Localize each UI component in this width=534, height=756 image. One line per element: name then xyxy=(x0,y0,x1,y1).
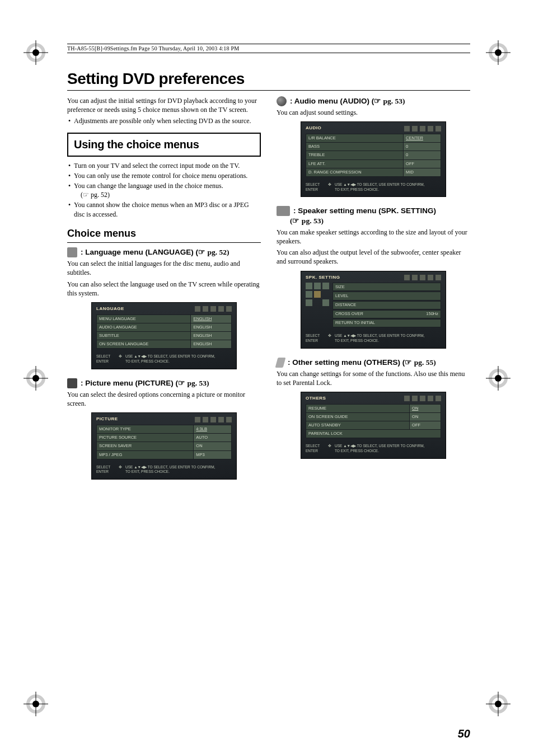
osd-row: D. RANGE COMPRESSION xyxy=(306,168,404,176)
osd-foot-select: SELECT xyxy=(306,334,325,339)
osd-val: ENGLISH xyxy=(191,332,232,340)
choice-rule xyxy=(67,242,261,243)
osd-pic-table: MONITOR TYPE4:3LB PICTURE SOURCEAUTO SCR… xyxy=(96,425,232,459)
osd-val: ON xyxy=(410,404,441,412)
language-desc-1: You can select the initial languages for… xyxy=(67,259,261,277)
pic-pgref: ☞ pg. 53) xyxy=(178,379,209,387)
speaker-icon xyxy=(277,206,290,216)
speaker-menu-pgref-line: (☞ pg. 53) xyxy=(277,216,470,226)
osd-tab-icons xyxy=(404,275,441,280)
osd-pic-title: PICTURE xyxy=(96,416,118,422)
osd-val: 0 xyxy=(404,151,441,159)
audio-desc: You can adjust sound settings. xyxy=(277,108,470,117)
using-bullet-4: You cannot show the choice menus when an… xyxy=(67,200,261,218)
osd-footer: SELECTENTER ✥ USE ▲▼◀▶ TO SELECT, USE EN… xyxy=(306,334,441,344)
osd-other-table: RESUMEON ON SCREEN GUIDEON AUTO STANDBYO… xyxy=(306,404,441,439)
osd-val: OFF xyxy=(410,421,441,430)
registration-mark-br xyxy=(486,692,510,716)
osd-row: ON SCREEN LANGUAGE xyxy=(97,340,191,349)
osd-row: TREBLE xyxy=(306,151,404,159)
other-desc: You can change settings for some of the … xyxy=(277,369,470,387)
using-bullet-3-pgref: (☞ pg. 52) xyxy=(74,191,110,199)
osd-footer: SELECTENTER ✥ USE ▲▼◀▶ TO SELECT, USE EN… xyxy=(306,444,441,454)
osd-val: ENGLISH xyxy=(191,340,232,349)
registration-mark-bl xyxy=(24,692,48,716)
osd-spk-title: SPK. SETTING xyxy=(306,275,340,281)
osd-val: 0 xyxy=(404,143,441,151)
osd-others: OTHERS RESUMEON ON SCREEN GUIDEON AUTO S… xyxy=(301,392,446,459)
osd-foot-hint2: TO EXIT, PRESS CHOICE. xyxy=(335,187,379,191)
right-column: : Audio menu (AUDIO) (☞ pg. 53) You can … xyxy=(277,96,470,489)
osd-foot-hint2: TO EXIT, PRESS CHOICE. xyxy=(125,469,170,473)
lang-pgref: ☞ pg. 52) xyxy=(198,248,229,256)
osd-row: SCREEN SAVER xyxy=(97,442,194,450)
audio-heading-text: : Audio menu (AUDIO) ( xyxy=(290,97,374,105)
osd-audio-table: L/R BALANCECENTER BASS0 TREBLE0 LFE ATT.… xyxy=(306,134,441,177)
osd-val: MP3 xyxy=(194,450,232,459)
osd-other-title: OTHERS xyxy=(306,396,326,402)
intro-bullet: Adjustments are possible only when selec… xyxy=(67,116,261,125)
page-body: TH-A85-55[B]-09Settings.fm Page 50 Thurs… xyxy=(67,44,470,489)
osd-foot-hint1: USE ▲▼◀▶ TO SELECT, USE ENTER TO CONFIRM… xyxy=(335,182,424,186)
registration-mark-mr xyxy=(486,366,510,391)
osd-tab-icons xyxy=(195,417,232,422)
speaker-desc-1: You can make speaker settings according … xyxy=(277,228,470,246)
language-desc-2: You can also select the language used on… xyxy=(67,280,261,298)
other-pgref: ☞ pg. 55) xyxy=(405,358,435,367)
spk-heading-text: : Speaker setting menu (SPK. SETTING) xyxy=(293,206,436,216)
osd-footer: SELECTENTER ✥ USE ▲▼◀▶ TO SELECT, USE EN… xyxy=(306,182,441,192)
spk-list: SIZE LEVEL DISTANCE CROSS OVER150Hz RETU… xyxy=(332,283,441,328)
osd-val: CENTER xyxy=(404,134,441,143)
osd-footer: SELECTENTER ✥ USE ▲▼◀▶ TO SELECT, USE EN… xyxy=(96,354,232,364)
osd-foot-select: SELECT xyxy=(306,182,325,187)
audio-menu-heading: : Audio menu (AUDIO) (☞ pg. 53) xyxy=(277,96,470,106)
other-menu-heading: : Other setting menu (OTHERS) (☞ pg. 55) xyxy=(277,358,470,368)
osd-row: ON SCREEN GUIDE xyxy=(306,413,410,421)
spk-cross-label: CROSS OVER xyxy=(335,311,363,317)
osd-row: PARENTAL LOCK xyxy=(306,430,441,438)
osd-row: AUTO STANDBY xyxy=(306,421,410,430)
osd-lang-title: LANGUAGE xyxy=(96,306,124,312)
picture-icon xyxy=(67,378,77,388)
osd-tab-icons xyxy=(404,126,441,132)
spk-item: DISTANCE xyxy=(335,302,356,308)
osd-val: 4:3LB xyxy=(194,425,232,434)
using-choice-menus-heading: Using the choice menus xyxy=(67,133,261,157)
page-number: 50 xyxy=(458,727,470,740)
osd-footer: SELECTENTER ✥ USE ▲▼◀▶ TO SELECT, USE EN… xyxy=(96,465,232,475)
osd-val: ENGLISH xyxy=(191,314,232,323)
osd-foot-hint1: USE ▲▼◀▶ TO SELECT, USE ENTER TO CONFIRM… xyxy=(335,334,424,337)
spk-pgref: (☞ pg. 53) xyxy=(290,216,324,226)
osd-lang-table: MENU LANGUAGEENGLISH AUDIO LANGUAGEENGLI… xyxy=(96,314,232,349)
spk-item: SIZE xyxy=(335,284,345,290)
osd-foot-hint2: TO EXIT, PRESS CHOICE. xyxy=(335,449,379,453)
using-bullet-2: You can only use the remote control for … xyxy=(67,171,261,180)
speaker-menu-heading: : Speaker setting menu (SPK. SETTING) xyxy=(277,206,470,216)
language-icon xyxy=(67,247,77,257)
language-menu-heading: : Language menu (LANGUAGE) (☞ pg. 52) xyxy=(67,247,261,257)
osd-foot-enter: ENTER xyxy=(306,449,325,454)
osd-picture: PICTURE MONITOR TYPE4:3LB PICTURE SOURCE… xyxy=(91,412,237,480)
osd-foot-enter: ENTER xyxy=(96,469,115,475)
using-bullet-1: Turn on your TV and select the correct i… xyxy=(67,161,261,170)
osd-row: RESUME xyxy=(306,404,410,412)
left-column: You can adjust the initial settings for … xyxy=(67,96,261,489)
audio-icon xyxy=(277,96,287,106)
intro-text: You can adjust the initial settings for … xyxy=(67,96,261,114)
osd-audio: AUDIO L/R BALANCECENTER BASS0 TREBLE0 LF… xyxy=(301,121,446,197)
lang-heading-text: : Language menu (LANGUAGE) ( xyxy=(81,248,198,256)
osd-foot-hint1: USE ▲▼◀▶ TO SELECT, USE ENTER TO CONFIRM… xyxy=(335,444,424,448)
choice-menus-heading: Choice menus xyxy=(67,227,261,240)
osd-foot-select: SELECT xyxy=(306,444,325,449)
osd-foot-hint1: USE ▲▼◀▶ TO SELECT, USE ENTER TO CONFIRM… xyxy=(125,465,215,469)
osd-foot-enter: ENTER xyxy=(96,359,115,364)
spk-return: RETURN TO INITIAL xyxy=(335,320,375,326)
registration-mark-ml xyxy=(24,366,48,391)
pic-heading-text: : Picture menu (PICTURE) ( xyxy=(81,379,178,387)
osd-row: LFE ATT. xyxy=(306,159,404,168)
osd-row: MP3 / JPEG xyxy=(97,450,194,459)
osd-val: OFF xyxy=(404,159,441,168)
using-bullet-3-text: You can change the language used in the … xyxy=(74,182,223,190)
osd-audio-title: AUDIO xyxy=(306,125,321,132)
speaker-layout-grid xyxy=(306,283,329,328)
